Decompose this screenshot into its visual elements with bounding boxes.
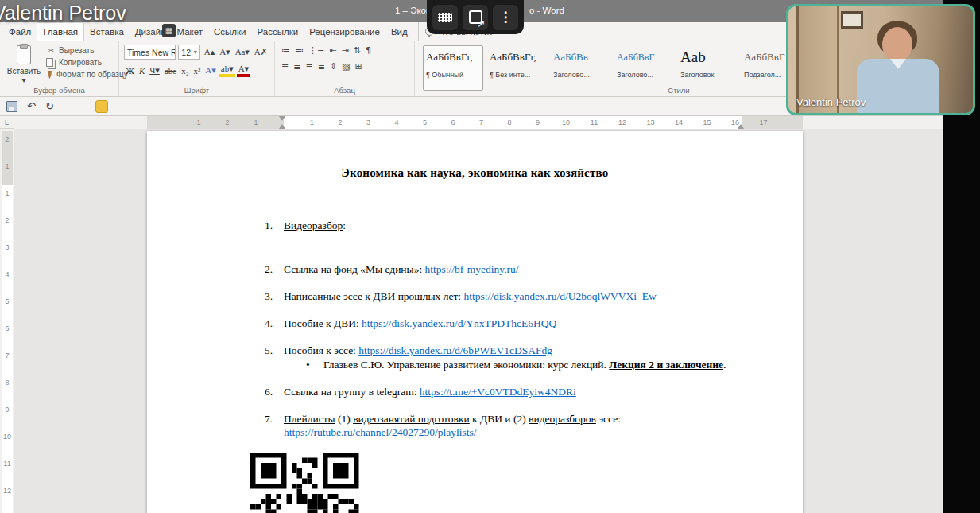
- keyboard-icon: [438, 13, 452, 22]
- style-item[interactable]: АabЗаголовок: [677, 45, 738, 91]
- tab-review[interactable]: Рецензирование: [304, 22, 385, 41]
- clipboard-group: Вставить ▾ ✂ Вырезать Копировать Формат …: [0, 41, 119, 96]
- style-item[interactable]: АаБбВвЗаголово...: [550, 45, 610, 91]
- subscript-button[interactable]: x₂: [180, 65, 190, 76]
- picture-frame: [841, 11, 863, 29]
- list-item: 6.Ссылка на группу в telegram: https://t…: [147, 385, 803, 398]
- list-item: 4.Пособие к ДВИ: https://disk.yandex.ru/…: [147, 317, 803, 330]
- align-center-button[interactable]: ≣: [292, 60, 302, 72]
- superscript-button[interactable]: x²: [192, 65, 202, 76]
- ruler-number: 16: [731, 119, 739, 126]
- hyperlink[interactable]: https://disk.yandex.ru/d/6bPWEV1cDSAFdg: [358, 344, 552, 356]
- vruler-page-band: [2, 131, 13, 513]
- clear-formatting-button[interactable]: А✗: [253, 46, 269, 58]
- italic-button[interactable]: К: [138, 65, 146, 76]
- change-case-button[interactable]: Аа▾: [234, 46, 251, 58]
- hyperlink[interactable]: https://disk.yandex.ru/d/U2boqlWVVXi_Ew: [463, 290, 656, 302]
- text-effects-button[interactable]: А▾: [203, 64, 217, 76]
- save-icon[interactable]: [6, 101, 17, 112]
- tab-view[interactable]: Вид: [385, 22, 413, 41]
- text-run: Лекция 2 и заключение: [609, 359, 723, 371]
- tab-mailings[interactable]: Рассылки: [252, 22, 304, 41]
- decrease-indent-button[interactable]: ⇤: [327, 45, 338, 56]
- tab-references[interactable]: Ссылки: [208, 22, 252, 41]
- tab-stop-selector[interactable]: L: [0, 116, 14, 129]
- text-run: Ссылка на фонд «Мы едины»:: [284, 263, 425, 275]
- more-options-icon: ⋮: [499, 9, 513, 25]
- text-run: Пособие к ДВИ:: [284, 317, 362, 329]
- font-row1: А▴А▾Аа▾А✗: [203, 46, 269, 58]
- grow-font-button[interactable]: А▴: [203, 46, 216, 58]
- ruler-number: 5: [423, 119, 427, 126]
- font-name-select[interactable]: Times New R▾: [124, 45, 176, 60]
- participant-name-label: Valentin Petrov: [796, 96, 866, 108]
- font-color-button[interactable]: А▾: [237, 64, 250, 77]
- tab-layout[interactable]: Макет: [171, 22, 208, 41]
- para-row1: ≔≕⋮≡⇤⇥⇅¶: [280, 45, 409, 56]
- avatar-face: [882, 27, 912, 62]
- ruler-number: 12: [0, 487, 14, 495]
- underline-button[interactable]: Ч▾: [148, 64, 161, 76]
- yellow-badge-icon[interactable]: [95, 100, 108, 113]
- tab-insert[interactable]: Вставка: [84, 22, 130, 41]
- text-run: Видеоразбор: [284, 220, 343, 231]
- hyperlink[interactable]: https://disk.yandex.ru/d/YnxTPDThcE6HQQ: [362, 317, 556, 329]
- paste-button[interactable]: Вставить ▾: [6, 45, 41, 84]
- multilevel-list-button[interactable]: ⋮≡: [307, 45, 326, 56]
- hyperlink[interactable]: https://bf-myediny.ru/: [425, 263, 519, 275]
- document-page[interactable]: Экономика как наука, экономика как хозяй…: [147, 131, 803, 513]
- more-options-button[interactable]: ⋮: [493, 5, 518, 30]
- list-item-continuation: https://rutube.ru/channel/24027290/playl…: [147, 426, 803, 439]
- borders-button[interactable]: ⊞: [354, 60, 364, 72]
- hyperlink[interactable]: https://rutube.ru/channel/24027290/playl…: [284, 426, 477, 438]
- undo-icon[interactable]: ↶: [27, 101, 36, 111]
- copy-button[interactable]: Копировать: [46, 58, 114, 67]
- list-number: 1.: [265, 219, 273, 232]
- pilcrow-button[interactable]: ¶: [364, 45, 373, 56]
- align-right-button[interactable]: ≡: [304, 60, 314, 72]
- chevron-down-icon: ▾: [194, 49, 197, 56]
- strikethrough-button[interactable]: abc: [163, 65, 178, 76]
- webcam-tile[interactable]: Valentin Petrov: [786, 4, 975, 115]
- shading-button[interactable]: ▨: [340, 60, 351, 72]
- list-number: 2.: [265, 262, 273, 276]
- format-painter-button[interactable]: Формат по образцу: [46, 70, 114, 79]
- hyperlink[interactable]: https://t.me/+Vc0VTDdEyiw4NDRi: [420, 386, 576, 398]
- vertical-ruler[interactable]: 21123456789101112: [0, 129, 14, 513]
- shrink-font-button[interactable]: А▾: [218, 46, 231, 58]
- scissors-icon: ✂: [46, 46, 56, 55]
- numbering-button[interactable]: ≕: [293, 45, 305, 56]
- justify-button[interactable]: ≣: [316, 60, 327, 72]
- line-spacing-button[interactable]: ⇕: [328, 60, 339, 72]
- cut-label: Вырезать: [59, 46, 94, 55]
- ruler-number: 5: [0, 297, 14, 305]
- style-item[interactable]: АаБбВвГг,¶ Обычный: [423, 45, 483, 91]
- redo-icon[interactable]: ↻: [45, 101, 54, 111]
- format-painter-label: Формат по образцу: [56, 70, 128, 79]
- sort-button[interactable]: ⇅: [352, 45, 362, 56]
- hanging-indent-marker[interactable]: [279, 121, 285, 129]
- style-item[interactable]: АаБбВвГг,¶ Без инте...: [486, 45, 547, 91]
- list-item: 1.Видеоразбор:: [147, 219, 803, 232]
- tab-file[interactable]: Файл: [3, 22, 37, 41]
- bold-button[interactable]: Ж: [124, 65, 136, 76]
- ruler-number: 1: [196, 119, 200, 126]
- font-size-select[interactable]: 12▾: [178, 45, 199, 60]
- bullets-button[interactable]: ≔: [280, 45, 292, 56]
- window-title-left: 1 – Экон: [395, 6, 431, 15]
- highlight-button[interactable]: ab▾: [219, 64, 235, 77]
- style-item[interactable]: АаБбВвГЗаголово...: [614, 45, 674, 91]
- cut-button[interactable]: ✂ Вырезать: [46, 46, 114, 55]
- horizontal-ruler[interactable]: 1211234567891011121314151617: [14, 116, 943, 129]
- increase-indent-button[interactable]: ⇥: [339, 45, 350, 56]
- ruler-number: 2: [338, 119, 342, 126]
- copy-icon: [46, 58, 53, 67]
- align-left-button[interactable]: ≡: [280, 60, 290, 72]
- document-area: Экономика как наука, экономика как хозяй…: [14, 129, 943, 513]
- ruler-number: 4: [394, 119, 398, 126]
- list-item: 5.Пособия к эссе: https://disk.yandex.ru…: [147, 344, 803, 357]
- ruler-number: 9: [0, 406, 14, 414]
- keyboard-button[interactable]: [432, 5, 458, 30]
- tab-home[interactable]: Главная: [37, 22, 84, 41]
- remote-control-button[interactable]: ↗: [463, 5, 488, 30]
